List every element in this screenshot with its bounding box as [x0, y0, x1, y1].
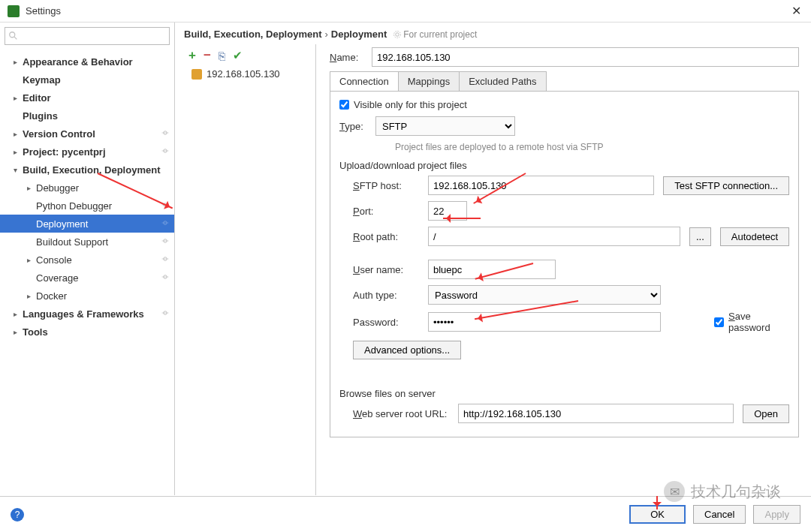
sidebar-item[interactable]: ▸Tools — [0, 323, 174, 341]
cancel-button[interactable]: Cancel — [693, 505, 746, 524]
sidebar-item[interactable]: Coverage — [0, 269, 174, 287]
name-label: Name: — [330, 52, 372, 63]
sidebar-item-label: Appearance & Behavior — [23, 56, 133, 68]
save-password-checkbox-input[interactable] — [714, 317, 724, 327]
root-path-input[interactable] — [428, 227, 680, 246]
server-list-panel: + − ⎘ ✔ 192.168.105.130 — [184, 44, 316, 495]
window-title: Settings — [26, 5, 788, 17]
gear-icon — [161, 236, 170, 248]
sidebar-item[interactable]: ▸Version Control — [0, 125, 174, 143]
web-url-input[interactable] — [458, 404, 734, 423]
sidebar-item-label: Docker — [36, 290, 67, 302]
sidebar-item-label: Version Control — [23, 128, 95, 140]
chevron-icon: ▸ — [14, 328, 23, 336]
sidebar-item-label: Tools — [23, 326, 48, 338]
sidebar-item-label: Project: pycentprj — [23, 146, 106, 158]
apply-button[interactable]: Apply — [753, 505, 800, 524]
tab-connection[interactable]: Connection — [330, 72, 399, 91]
sidebar-item-label: Coverage — [36, 272, 78, 284]
auth-type-select[interactable]: Password — [428, 285, 661, 305]
chevron-icon: ▸ — [14, 58, 23, 66]
svg-rect-17 — [162, 312, 169, 314]
breadcrumb-part[interactable]: Build, Execution, Deployment — [184, 29, 321, 40]
add-icon[interactable]: + — [188, 48, 196, 63]
breadcrumb-part: Deployment — [331, 29, 387, 40]
visible-only-checkbox-input[interactable] — [339, 100, 349, 110]
advanced-options-button[interactable]: Advanced options... — [353, 341, 461, 359]
search-icon — [8, 31, 19, 41]
save-password-checkbox[interactable]: Save password — [714, 311, 789, 333]
server-icon — [191, 69, 202, 80]
svg-point-19 — [394, 31, 401, 38]
server-list-item[interactable]: 192.168.105.130 — [188, 67, 311, 81]
svg-rect-15 — [162, 276, 169, 278]
tabs: Connection Mappings Excluded Paths — [330, 71, 547, 91]
sidebar-item[interactable]: Keymap — [0, 71, 174, 89]
gear-icon — [161, 272, 170, 284]
svg-line-1 — [14, 37, 17, 40]
sidebar-item[interactable]: Plugins — [0, 107, 174, 125]
sidebar-item-label: Python Debugger — [36, 200, 112, 212]
type-label: Type: — [339, 121, 375, 132]
browse-button[interactable]: ... — [689, 227, 711, 246]
autodetect-button[interactable]: Autodetect — [720, 227, 789, 246]
form-panel: Name: Connection Mappings Excluded Paths… — [316, 44, 802, 495]
chevron-icon: ▸ — [27, 184, 36, 192]
sidebar-item[interactable]: ▸Debugger — [0, 179, 174, 197]
project-scope-note: For current project — [393, 29, 477, 40]
chevron-icon: ▸ — [14, 310, 23, 318]
sidebar-item[interactable]: ▸Languages & Frameworks — [0, 305, 174, 323]
chevron-icon: ▸ — [14, 148, 23, 156]
sidebar-item[interactable]: Deployment — [0, 215, 174, 233]
sidebar-item[interactable]: ▸Project: pycentprj — [0, 143, 174, 161]
chevron-icon: ▸ — [27, 292, 36, 300]
gear-icon — [161, 128, 170, 140]
sidebar-item-label: Deployment — [36, 218, 88, 230]
tab-excluded[interactable]: Excluded Paths — [460, 72, 545, 91]
sidebar-item[interactable]: Buildout Support — [0, 233, 174, 251]
server-label: 192.168.105.130 — [207, 68, 280, 80]
sidebar-item-label: Keymap — [23, 74, 61, 86]
type-help: Project files are deployed to a remote h… — [395, 142, 789, 152]
gear-icon — [161, 146, 170, 158]
svg-rect-13 — [162, 258, 169, 260]
test-connection-button[interactable]: Test SFTP connection... — [663, 176, 789, 195]
svg-point-0 — [10, 32, 15, 38]
name-input[interactable] — [372, 47, 799, 67]
chevron-icon: ▸ — [14, 94, 23, 102]
server-toolbar: + − ⎘ ✔ — [188, 47, 311, 64]
gear-icon — [161, 308, 170, 320]
copy-icon[interactable]: ⎘ — [219, 50, 225, 62]
sidebar: ▸Appearance & BehaviorKeymap▸EditorPlugi… — [0, 23, 175, 495]
remove-icon[interactable]: − — [204, 48, 211, 63]
visible-only-checkbox[interactable]: Visible only for this project — [339, 99, 467, 110]
sidebar-item[interactable]: Python Debugger — [0, 197, 174, 215]
close-icon[interactable]: ✕ — [788, 4, 803, 18]
sidebar-item[interactable]: ▸Docker — [0, 287, 174, 305]
help-icon[interactable]: ? — [11, 508, 24, 521]
sidebar-item-label: Build, Execution, Deployment — [23, 164, 160, 176]
root-label: Root path: — [353, 231, 428, 242]
default-icon[interactable]: ✔ — [233, 49, 243, 62]
search-input[interactable] — [5, 27, 170, 45]
auth-label: Auth type: — [353, 290, 428, 301]
svg-rect-3 — [162, 132, 169, 134]
chevron-icon: ▾ — [14, 166, 23, 174]
wechat-icon: ✉ — [664, 481, 685, 502]
tab-mappings[interactable]: Mappings — [399, 72, 460, 91]
sidebar-item[interactable]: ▸Console — [0, 251, 174, 269]
username-input[interactable] — [428, 260, 556, 279]
open-button[interactable]: Open — [743, 404, 789, 423]
type-select[interactable]: SFTP — [375, 116, 515, 136]
sidebar-item-label: Editor — [23, 92, 51, 104]
sidebar-item[interactable]: ▸Appearance & Behavior — [0, 53, 174, 71]
user-label: User name: — [353, 264, 428, 275]
password-input[interactable] — [428, 312, 661, 332]
chevron-icon: ▸ — [14, 130, 23, 138]
sftp-host-input[interactable] — [428, 176, 654, 195]
sidebar-item[interactable]: ▸Editor — [0, 89, 174, 107]
sidebar-item[interactable]: ▾Build, Execution, Deployment — [0, 161, 174, 179]
watermark: ✉ 技术几句杂谈 — [664, 481, 781, 502]
svg-rect-9 — [162, 222, 169, 224]
sftp-host-label: SFTP host: — [353, 180, 428, 191]
